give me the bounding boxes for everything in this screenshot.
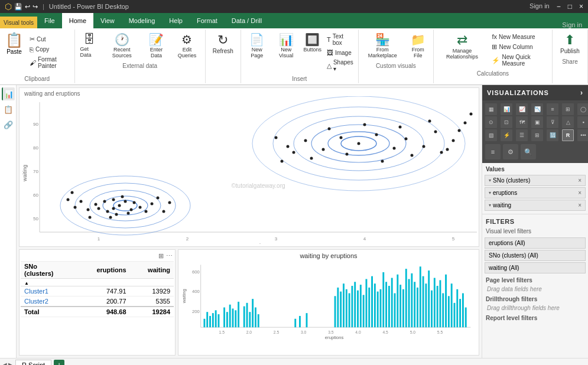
new-measure-button[interactable]: fx New Measure xyxy=(489,32,550,41)
viz-more[interactable]: ••• xyxy=(577,129,588,141)
paste-button[interactable]: 📋 Paste xyxy=(2,31,26,73)
report-view-icon[interactable]: 📊 xyxy=(2,87,15,100)
svg-point-14 xyxy=(60,176,190,235)
filter-sno[interactable]: SNo (clusters) (All) xyxy=(485,250,586,261)
viz-funnel[interactable]: ⊽ xyxy=(547,116,558,128)
svg-rect-137 xyxy=(394,293,396,327)
data-view-icon[interactable]: 📋 xyxy=(2,103,15,116)
title-bar: ⬡ 💾 ↩ ↪ | Untitled - Power BI Desktop Si… xyxy=(0,0,588,13)
viz-clustered-bar[interactable]: 📊 xyxy=(501,103,512,115)
visual-tools-tab[interactable]: Visual tools xyxy=(0,17,37,28)
close-btn[interactable]: × xyxy=(579,2,583,11)
svg-rect-127 xyxy=(366,279,368,327)
viz-r-script[interactable]: R xyxy=(562,129,574,141)
tab-r-script[interactable]: R Script xyxy=(15,360,51,366)
svg-point-51 xyxy=(287,145,290,148)
new-page-button[interactable]: 📄 New Page xyxy=(243,31,271,60)
viz-scatter[interactable]: ⊞ xyxy=(562,103,574,115)
quick-undo[interactable]: ↩ xyxy=(25,3,30,11)
col-waiting: waiting xyxy=(130,262,174,279)
model-view-icon[interactable]: 🔗 xyxy=(2,118,15,131)
viz-treemap[interactable]: ⊡ xyxy=(501,116,512,128)
new-column-button[interactable]: ⊞ New Column xyxy=(489,42,550,52)
enter-data-button[interactable]: 📝 Enter Data xyxy=(142,31,170,60)
tab-prev[interactable]: ◀ xyxy=(2,361,7,365)
new-visual-button[interactable]: 📊 New Visual xyxy=(272,31,301,60)
viz-donut[interactable]: ⊙ xyxy=(485,116,497,128)
buttons-button[interactable]: 🔲 Buttons xyxy=(302,31,323,54)
quick-save[interactable]: 💾 xyxy=(14,3,22,11)
viz-kpi[interactable]: ⚡ xyxy=(501,129,512,141)
value-eruptions[interactable]: ▾ eruptions × xyxy=(485,187,586,198)
format-painter-button[interactable]: 🖌 Format Painter xyxy=(27,55,72,70)
viz-matrix[interactable]: 🔢 xyxy=(547,129,558,141)
svg-rect-156 xyxy=(448,296,450,327)
tab-view[interactable]: View xyxy=(93,13,122,28)
viz-format-btn[interactable]: ⚙ xyxy=(503,144,518,159)
visualizations-expand[interactable]: › xyxy=(580,89,583,97)
viz-area[interactable]: 📉 xyxy=(531,103,543,115)
share-group: ⬆ Publish Share xyxy=(553,30,588,83)
publish-button[interactable]: ⬆ Publish xyxy=(557,31,583,56)
tab-add-button[interactable]: + xyxy=(54,360,64,366)
tab-next[interactable]: ▶ xyxy=(8,361,13,365)
tab-home[interactable]: Home xyxy=(62,13,93,28)
edit-queries-button[interactable]: ⚙ Edit Queries xyxy=(171,31,203,60)
value-waiting[interactable]: ▾ waiting × xyxy=(485,200,586,211)
tab-modeling[interactable]: Modeling xyxy=(122,13,163,28)
viz-slicer[interactable]: ☰ xyxy=(516,129,528,141)
new-page-icon: 📄 xyxy=(249,32,264,47)
format-painter-icon: 🖌 xyxy=(30,59,36,66)
image-button[interactable]: 🖼 Image xyxy=(324,48,356,57)
viz-table[interactable]: ⊞ xyxy=(531,129,543,141)
viz-pie[interactable]: ◯ xyxy=(577,103,588,115)
viz-map[interactable]: 🗺 xyxy=(516,116,528,128)
maximize-btn[interactable]: □ xyxy=(568,2,572,11)
viz-multi-row-card[interactable]: ▧ xyxy=(485,129,497,141)
svg-point-27 xyxy=(118,204,121,207)
viz-ribbon[interactable]: ≡ xyxy=(547,103,558,115)
minimize-btn[interactable]: − xyxy=(557,2,561,11)
viz-filled-map[interactable]: ▣ xyxy=(531,116,543,128)
from-file-button[interactable]: 📁 From File xyxy=(405,31,431,60)
svg-point-41 xyxy=(80,200,83,203)
svg-rect-144 xyxy=(414,282,415,327)
get-data-button[interactable]: 🗄 Get Data xyxy=(77,31,102,60)
svg-point-39 xyxy=(145,210,148,213)
viz-card[interactable]: ▪ xyxy=(577,116,588,128)
value-sno[interactable]: ▾ SNo (clusters) × xyxy=(485,175,586,186)
filter-eruptions[interactable]: eruptions (All) xyxy=(485,237,586,249)
svg-rect-142 xyxy=(408,279,410,327)
viz-line[interactable]: 📈 xyxy=(516,103,528,115)
svg-text:4.0: 4.0 xyxy=(355,330,361,334)
viz-gauge[interactable]: △ xyxy=(562,116,574,128)
value-eruptions-remove[interactable]: × xyxy=(578,190,581,196)
cut-button[interactable]: ✂ Cut xyxy=(27,34,72,44)
shapes-button[interactable]: △ Shapes ▾ xyxy=(324,58,356,73)
viz-fields-btn[interactable]: ≡ xyxy=(485,144,501,159)
new-quick-measure-button[interactable]: ⚡ New Quick Measure xyxy=(489,53,550,68)
sign-in[interactable]: Sign in xyxy=(529,2,550,11)
tab-file[interactable]: File xyxy=(37,13,62,28)
viz-analytics-btn[interactable]: 🔍 xyxy=(521,144,536,159)
quick-redo[interactable]: ↪ xyxy=(33,3,38,11)
manage-relationships-button[interactable]: ⇄ Manage Relationships xyxy=(436,31,489,61)
copy-button[interactable]: ⎘ Copy xyxy=(27,45,72,54)
table-more-icon[interactable]: ⋯ xyxy=(166,252,173,260)
tab-data-drill[interactable]: Data / Drill xyxy=(225,13,269,28)
sign-in-ribbon[interactable]: Sign in xyxy=(556,21,588,28)
cluster2-eruptions: 200.77 xyxy=(75,296,130,307)
table-expand-icon[interactable]: ⊞ xyxy=(158,252,164,260)
recent-sources-button[interactable]: 🕐 Recent Sources xyxy=(103,31,141,60)
from-marketplace-button[interactable]: 🏪 From Marketplace xyxy=(361,31,404,60)
value-waiting-remove[interactable]: × xyxy=(578,202,581,208)
filter-waiting[interactable]: waiting (All) xyxy=(485,262,586,273)
refresh-button[interactable]: ↻ Refresh xyxy=(210,31,236,56)
svg-rect-147 xyxy=(423,276,424,328)
text-box-button[interactable]: T Text box xyxy=(324,32,356,47)
viz-stacked-bar[interactable]: ▦ xyxy=(485,103,497,115)
svg-point-71 xyxy=(440,151,443,154)
tab-help[interactable]: Help xyxy=(162,13,190,28)
tab-format[interactable]: Format xyxy=(190,13,225,28)
value-sno-remove[interactable]: × xyxy=(578,177,581,184)
